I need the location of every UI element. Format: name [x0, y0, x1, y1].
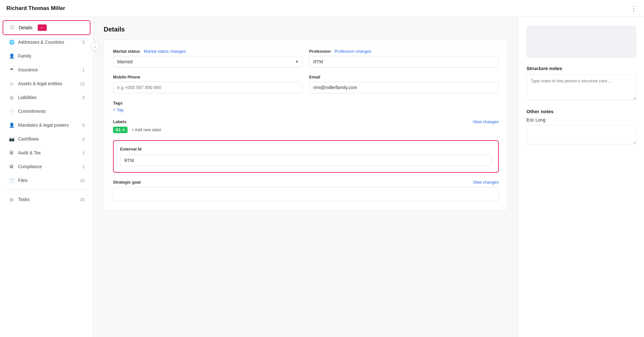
- sidebar-item-audit[interactable]: 🏛Audit & Tax1: [3, 146, 90, 159]
- sidebar-item-label-files: Files: [18, 178, 28, 183]
- sidebar-item-addresses[interactable]: 🌐Addresses & Countries5: [3, 35, 90, 49]
- strategic-goal-label: Strategic goal: [113, 180, 141, 185]
- sidebar-badge-insurance: 1: [82, 68, 85, 72]
- sidebar-item-label-liabilities: Liabilities: [18, 95, 37, 100]
- sidebar-item-liabilities[interactable]: ◎Liabilities2: [3, 91, 90, 104]
- addresses-icon: 🌐: [8, 39, 15, 45]
- commitments-icon: ♡: [8, 108, 15, 114]
- phone-email-row: Mobile Phone Email: [113, 75, 499, 93]
- mandates-icon: 👤: [8, 122, 15, 128]
- strategic-header: Strategic goal View changes: [113, 180, 499, 185]
- structure-notes-section: Structure notes: [526, 66, 636, 101]
- compliance-icon: 🏛: [8, 163, 15, 170]
- other-notes-value: Eric Long: [526, 117, 636, 123]
- other-notes-title: Other notes: [526, 109, 636, 114]
- sidebar-badge-assets: 12: [80, 81, 85, 86]
- profession-changes-link[interactable]: Profession changes: [335, 49, 371, 54]
- more-options-icon[interactable]: ⋮: [630, 5, 638, 12]
- sidebar-badge-files: 12: [80, 178, 85, 183]
- files-icon: 📄: [8, 177, 15, 184]
- labels-row: G1 ✕ + Add new label: [113, 127, 499, 133]
- mobile-phone-input[interactable]: [113, 82, 303, 93]
- mobile-phone-group: Mobile Phone: [113, 75, 303, 93]
- sidebar-item-files[interactable]: 📄Files12: [3, 174, 90, 187]
- labels-section: Labels View changes G1 ✕ + Add new label: [113, 119, 499, 133]
- sidebar-item-label-compliance: Compliance: [18, 164, 42, 169]
- external-id-input[interactable]: [120, 155, 492, 166]
- labels-header: Labels View changes: [113, 119, 499, 124]
- sidebar-badge-cashflows: 2: [82, 137, 85, 141]
- sidebar-badge-mandates: 5: [82, 123, 85, 128]
- sidebar-item-label-cashflows: Cashflows: [18, 136, 39, 141]
- labels-label: Labels: [113, 119, 126, 124]
- page-title: Details: [104, 26, 508, 33]
- sidebar-item-details[interactable]: ⓘDetails: [3, 20, 90, 35]
- tags-section: Tags + Tag: [113, 100, 499, 112]
- sidebar-item-compliance[interactable]: 🏛Compliance1: [3, 160, 90, 173]
- main-panel: Details Marital status Marital status ch…: [93, 17, 518, 337]
- add-tag-button[interactable]: + Tag: [113, 107, 123, 112]
- sidebar-item-label-addresses: Addresses & Countries: [18, 40, 64, 45]
- marital-status-group: Marital status Marital status changes Ma…: [113, 49, 303, 68]
- sidebar-item-commitments[interactable]: ♡Commitments: [3, 105, 90, 118]
- sidebar-badge-audit: 1: [82, 150, 85, 155]
- marital-status-select[interactable]: Married Single Divorced Widowed: [113, 56, 303, 68]
- strategic-view-changes-link[interactable]: View changes: [473, 180, 499, 185]
- notes-top-area: [526, 26, 636, 58]
- email-group: Email: [309, 75, 499, 93]
- sidebar-badge-compliance: 1: [82, 164, 85, 169]
- sidebar-badge-addresses: 5: [82, 40, 85, 45]
- cashflows-icon: 📷: [8, 136, 15, 142]
- sidebar-badge-liabilities: 2: [82, 95, 85, 100]
- assets-icon: ◇: [8, 80, 15, 87]
- sidebar: ⓘDetails🌐Addresses & Countries5👤Family☂I…: [0, 17, 93, 337]
- sidebar-item-label-audit: Audit & Tax: [18, 150, 41, 155]
- tags-label: Tags: [113, 101, 122, 105]
- sidebar-item-label-tasks: Tasks: [18, 197, 30, 202]
- add-new-label-button[interactable]: + Add new label: [131, 127, 161, 132]
- strategic-goal-input[interactable]: [113, 187, 499, 201]
- sidebar-item-cashflows[interactable]: 📷Cashflows2: [3, 132, 90, 146]
- badge-remove-icon[interactable]: ✕: [122, 128, 125, 132]
- audit-icon: 🏛: [8, 150, 15, 156]
- marital-status-changes-link[interactable]: Marital status changes: [144, 49, 186, 54]
- strategic-goal-section: Strategic goal View changes: [113, 180, 499, 201]
- structure-notes-textarea[interactable]: [526, 74, 636, 100]
- profession-label: Profession: [309, 49, 331, 54]
- details-card: Marital status Marital status changes Ma…: [104, 40, 508, 211]
- sidebar-collapse-button[interactable]: ‹: [91, 42, 99, 51]
- marital-profession-row: Marital status Marital status changes Ma…: [113, 49, 499, 68]
- sidebar-item-label-family: Family: [18, 53, 31, 59]
- email-label: Email: [309, 75, 499, 79]
- other-notes-section: Other notes Eric Long: [526, 109, 636, 145]
- external-id-label: External Id: [120, 147, 492, 151]
- profession-input[interactable]: [309, 56, 499, 68]
- sidebar-item-label-commitments: Commitments: [18, 109, 46, 114]
- sidebar-active-arrow: [38, 24, 47, 31]
- other-notes-textarea[interactable]: [526, 125, 636, 144]
- g1-badge: G1 ✕: [113, 127, 128, 133]
- external-id-section: External Id: [113, 140, 499, 173]
- sidebar-badge-tasks: 15: [80, 197, 85, 202]
- sidebar-item-tasks[interactable]: ◎Tasks15: [3, 193, 90, 206]
- structure-notes-title: Structure notes: [526, 66, 636, 71]
- badge-text: G1: [116, 128, 121, 132]
- sidebar-item-mandates[interactable]: 👤Mandates & legal powers5: [3, 118, 90, 132]
- labels-view-changes-link[interactable]: View changes: [473, 119, 499, 124]
- sidebar-item-label-assets: Assets & legal entities: [18, 81, 62, 86]
- sidebar-item-label-mandates: Mandates & legal powers: [18, 123, 69, 128]
- mobile-phone-label: Mobile Phone: [113, 75, 303, 79]
- details-icon: ⓘ: [9, 24, 15, 31]
- notes-panel: Structure notes Other notes Eric Long: [518, 17, 644, 337]
- liabilities-icon: ◎: [8, 94, 15, 101]
- tasks-icon: ◎: [8, 196, 15, 203]
- marital-status-label: Marital status: [113, 49, 140, 54]
- email-input[interactable]: [309, 82, 499, 93]
- sidebar-item-insurance[interactable]: ☂Insurance1: [3, 63, 90, 77]
- sidebar-item-label-details: Details: [19, 25, 33, 30]
- sidebar-item-family[interactable]: 👤Family: [3, 49, 90, 63]
- sidebar-item-label-insurance: Insurance: [18, 67, 38, 72]
- family-icon: 👤: [8, 53, 15, 59]
- sidebar-item-assets[interactable]: ◇Assets & legal entities12: [3, 77, 90, 90]
- marital-status-select-wrapper: Married Single Divorced Widowed ▼: [113, 56, 303, 68]
